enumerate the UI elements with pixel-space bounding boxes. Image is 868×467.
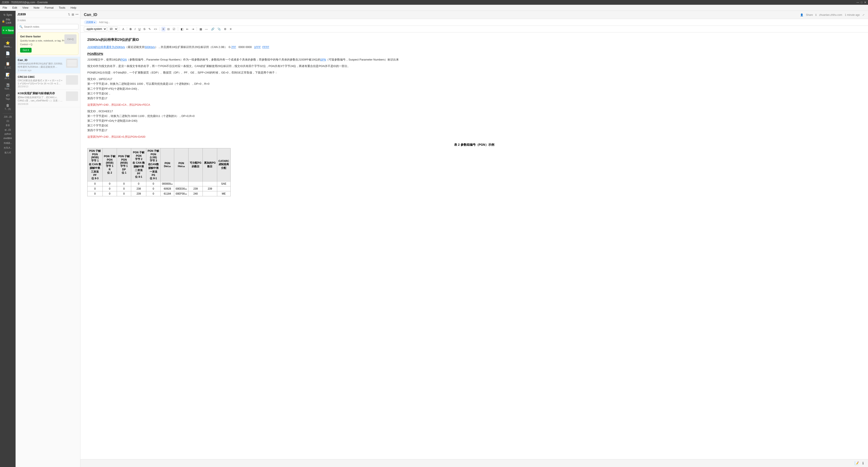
- notebook-chip-label: J1939: [86, 21, 93, 24]
- tag-bar: J1939 ▾ Add tag...: [81, 19, 868, 26]
- font-size-select[interactable]: 10: [107, 27, 118, 31]
- table-button[interactable]: ▦: [198, 27, 203, 31]
- sub-item-empty[interactable]: (1): [1, 119, 15, 123]
- link-ffff[interactable]: FFFF: [262, 46, 269, 49]
- add-tag-button[interactable]: Add tag...: [99, 21, 110, 24]
- note-thumb-can-id: [66, 58, 78, 68]
- sidebar-item-trash[interactable]: 🗑 T... (5): [1, 102, 15, 112]
- notes-header-icons: ⇅ ▦ •••: [68, 13, 79, 16]
- tag-icon: 🏷: [6, 93, 9, 97]
- col-header-ps: PGN 子帧PGN(LSB)字节 3在CAN数据帧中第一发送PS位 8-1: [146, 148, 161, 181]
- code-button[interactable]: <>: [153, 27, 158, 31]
- content-heading-1: 250Kb/s的比特率和29位的扩展ID: [87, 38, 861, 42]
- indent-right-button[interactable]: ⇥: [191, 27, 195, 31]
- sub-item-embedded[interactable]: 嵌入式: [1, 151, 15, 154]
- link-pgn[interactable]: PGN: [121, 58, 127, 61]
- link-500kbs[interactable]: 500Kb/s: [145, 46, 155, 49]
- share-icon: 👤: [800, 13, 803, 17]
- menu-format[interactable]: Format: [44, 6, 55, 10]
- menu-tools[interactable]: Tools: [58, 6, 66, 10]
- table-row: 0 0 0 238 0 60928 00EE00₁₆ 239 239: [88, 186, 230, 191]
- menu-file[interactable]: File: [2, 6, 8, 10]
- sub-item-j19[interactable]: J19...(3): [1, 115, 15, 118]
- unordered-list-button[interactable]: ≡: [161, 27, 165, 31]
- link-1fff[interactable]: 1FFF: [254, 46, 261, 49]
- content-para-example1-result: 这里因为PF>240，所以GE=CA，所以PGN=FECA: [87, 103, 861, 107]
- share-button[interactable]: Share: [806, 13, 813, 17]
- align-left-button[interactable]: ◧: [180, 27, 184, 31]
- sub-item-qt[interactable]: qt...(3): [1, 128, 15, 132]
- more-format-button[interactable]: ⚙: [223, 27, 227, 31]
- table-row: 0 0 0 0 0 000000₁₆ SAE: [88, 181, 230, 186]
- search-input[interactable]: [24, 25, 76, 28]
- pin-lock-button[interactable]: 🔒 PIN Lock: [0, 18, 16, 25]
- got-it-button[interactable]: Got it: [20, 48, 32, 53]
- maximize-btn[interactable]: □: [861, 1, 862, 4]
- notebook-icon: 📓: [6, 83, 10, 87]
- menu-edit[interactable]: Edit: [11, 6, 18, 10]
- ordered-list-button[interactable]: ⊟: [166, 27, 171, 31]
- sidebar-item-notebooks[interactable]: 📓 Note...: [1, 82, 15, 91]
- more-icon[interactable]: •••: [75, 13, 79, 16]
- menu-note[interactable]: Note: [33, 6, 40, 10]
- menu-help[interactable]: Help: [70, 6, 77, 10]
- sub-item-light[interactable]: 光SLA...: [1, 146, 15, 150]
- col-header-pf2: PGN 子帧PGN字节 2在 CAN 数据帧中第二发送PF位 8-1: [131, 148, 146, 181]
- info-bottom-icon[interactable]: ℹ: [862, 460, 865, 466]
- sync-label: Sync: [6, 13, 12, 17]
- col-header-pgn-dec: PGNDec₁₀: [161, 148, 174, 181]
- timestamp: 1 minute ago: [845, 13, 860, 17]
- underline-button[interactable]: U: [137, 27, 142, 31]
- sub-item-qq[interactable]: 音音: [1, 123, 15, 127]
- note-item-crc16[interactable]: CRC16 C86C CRC16算法生成多项式 x 16 + x 15 + x …: [16, 74, 80, 90]
- table-title: 表 2 参数组编号（PGN）示例: [87, 143, 861, 147]
- col-header-pgn-hex: PGNHex₁₆: [174, 148, 188, 181]
- sync-icon: ↻: [3, 13, 6, 17]
- minimize-btn[interactable]: —: [857, 1, 859, 4]
- notebook-chip[interactable]: J1939 ▾: [84, 20, 97, 24]
- link-spn[interactable]: SPN: [320, 58, 326, 61]
- highlight-button[interactable]: ✎: [147, 27, 152, 31]
- menu-view[interactable]: View: [22, 6, 29, 10]
- link-7ff[interactable]: 7FF: [231, 46, 236, 49]
- close-btn[interactable]: ✕: [864, 1, 866, 4]
- link-button[interactable]: 🔗: [210, 27, 216, 31]
- pgn-table-wrap: 表 2 参数组编号（PGN）示例 PGN 子帧PGN(MSB)字节 1在 CAN…: [87, 143, 861, 196]
- sub-item-python[interactable]: python: [1, 132, 15, 136]
- indent-left-button[interactable]: ⇤: [185, 27, 190, 31]
- grid-icon[interactable]: ▦: [71, 13, 74, 16]
- sidebar-item-shortcuts[interactable]: ⭐ Shortc...: [1, 39, 15, 49]
- note-item-kob[interactable]: KOB实现扩展帧与标准帧共存 把filter功能去掉就可以了，把CAN1.c、C…: [16, 90, 80, 107]
- sub-item-sensor[interactable]: 传感器...: [1, 141, 15, 145]
- new-note-button[interactable]: ＋ + New: [2, 26, 14, 34]
- ruhui-icon: 📋: [6, 62, 10, 66]
- sub-item-shell[interactable]: shell脚本: [1, 137, 15, 140]
- strikethrough-button[interactable]: S: [143, 27, 147, 31]
- sidebar-item-all-notes[interactable]: 📝 All N...: [1, 71, 15, 81]
- italic-button[interactable]: I: [133, 27, 136, 31]
- bold-button[interactable]: B: [129, 27, 133, 31]
- sidebar-item-tags[interactable]: 🏷 Tags: [1, 92, 15, 101]
- plus-icon: ＋: [2, 28, 5, 32]
- expand-icon[interactable]: ⤢: [862, 13, 865, 17]
- sidebar-item-cpp[interactable]: 📄 c++: [1, 50, 15, 59]
- font-family-select[interactable]: -apple-system: [84, 27, 107, 31]
- link-j1939-rate[interactable]: J1939的比特率通常为250Kb/s: [87, 46, 125, 49]
- expand-toolbar-button[interactable]: ✕: [228, 27, 233, 31]
- table-row: 0 0 0 239 0 61184 00EF00₁₆ 240 ME: [88, 191, 230, 196]
- note-date-kob: 2023/8/28: [18, 103, 63, 105]
- note-item-can-id[interactable]: Can_ID 250Kb/s的比特率和29位的扩展ID J1939比特率通常为2…: [16, 57, 80, 74]
- divider-button[interactable]: —: [204, 27, 209, 31]
- font-color-button[interactable]: A: [121, 27, 125, 31]
- info-icon[interactable]: ℹ: [815, 13, 816, 17]
- sort-icon[interactable]: ⇅: [68, 13, 70, 16]
- new-label: + New: [6, 29, 14, 32]
- col-header-pg-total: 累加的PG数目: [203, 148, 217, 181]
- checklist-button[interactable]: ☑: [172, 27, 176, 31]
- note-view-icon[interactable]: 📝: [854, 460, 860, 466]
- sync-button[interactable]: ↻ Sync: [2, 12, 14, 17]
- note-title-can-id: Can_ID: [18, 58, 63, 62]
- content-para-example2-result: 这里因为PF<240，所以GE=0,所以PGN=DA00: [87, 135, 861, 139]
- sidebar-item-ruhui[interactable]: 📋 三 入汇: [1, 60, 15, 70]
- file-attach-button[interactable]: 📎: [216, 27, 222, 31]
